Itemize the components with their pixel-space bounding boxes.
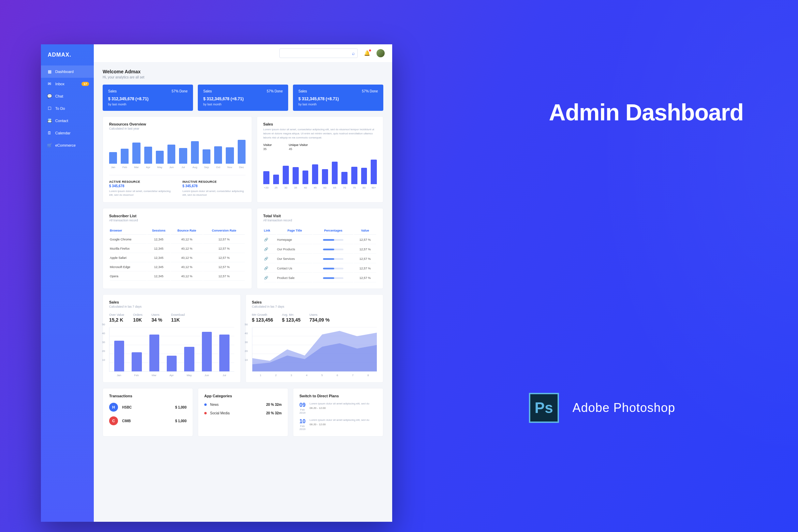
kpi-card[interactable]: Sales57% Done$ 312,345,678 (+8.71)by las… [103,85,193,111]
hero-title: Admin Dashboard [549,99,743,125]
kpi-card[interactable]: Sales57% Done$ 312,345,678 (+8.71)by las… [293,85,383,111]
table-row[interactable]: 🔗Our Products12,57 % [264,245,376,254]
sidebar-item-chat[interactable]: 💬Chat [41,90,94,102]
link-icon: 🔗 [264,238,268,241]
link-icon: 🔗 [264,276,268,280]
search-input[interactable]: ⌕ [279,48,358,58]
bell-icon[interactable]: 🔔 [364,50,370,56]
table-row[interactable]: 🔗Homepage12,57 % [264,235,376,244]
search-icon[interactable]: ⌕ [352,50,355,56]
transactions-card: Transactions HHSBC$ 1,000CCIMB$ 1,000 [103,388,193,437]
table-row[interactable]: 🔗Our Services12,57 % [264,254,376,263]
nav-icon: ▦ [47,69,52,74]
table-row[interactable]: 🔗Product Sale12,57 % [264,274,376,282]
sidebar: ADMAX. ▦Dashboard✉Inbox17💬Chat☐To Do📇Con… [41,44,94,522]
link-icon: 🔗 [264,266,268,270]
nav-icon: 🛒 [47,143,52,148]
photoshop-badge: Ps Adobe Photoshop [529,393,675,423]
sidebar-item-dashboard[interactable]: ▦Dashboard [41,65,94,78]
table-row[interactable]: Opera12,34540,12 %12,57 % [110,272,245,281]
sidebar-item-calendar[interactable]: 🗓Calendar [41,127,94,139]
nav-icon: 🗓 [47,131,52,135]
avatar[interactable] [376,49,385,57]
link-icon: 🔗 [264,257,268,261]
subscriber-card: Subscriber List All transaction record B… [103,208,252,289]
sidebar-item-inbox[interactable]: ✉Inbox17 [41,78,94,90]
app-window: ADMAX. ▦Dashboard✉Inbox17💬Chat☐To Do📇Con… [41,44,392,522]
transaction-row[interactable]: HHSBC$ 1,000 [109,403,187,412]
sales-card: Sales Lorem ipsum dolor sit amet, consec… [257,116,383,203]
table-row[interactable]: Apple Safari12,34540,12 %12,57 % [110,254,245,262]
resources-card: Resources Overview Calculated in last ye… [103,116,252,203]
mrr-area-chart: 10 20 30 40 50 [252,327,377,372]
nav-icon: 📇 [47,118,52,123]
table-row[interactable]: Microsoft Edge12,34540,12 %12,57 % [110,263,245,271]
kpi-card[interactable]: Sales57% Done$ 312,345,678 (+8.71)by las… [198,85,288,111]
topbar: ⌕ 🔔 [94,44,392,62]
plan-row[interactable]: 09Feb2019Lorem ipsum dolor sit amet adip… [299,402,377,414]
sales-7days-a: Sales Calculated in las 7 days Over Valu… [103,294,241,383]
link-icon: 🔗 [264,247,268,251]
nav-icon: 💬 [47,94,52,99]
sales-bar-chart: 10 20 30 40 50 [109,327,234,372]
nav-icon: ✉ [47,82,52,86]
table-row[interactable]: Google Chrome12,34540,12 %12,57 % [110,235,245,244]
page-title: Welcome Admax [103,69,383,74]
page-subtitle: Hi, your analytics are all set [103,75,383,79]
table-row[interactable]: Mozilla Firefox12,34540,12 %12,57 % [110,245,245,253]
transaction-row[interactable]: CCIMB$ 1,000 [109,416,187,425]
category-row[interactable]: News20 % 32m [204,403,282,407]
resources-chart [109,136,246,164]
categories-card: App Categories News20 % 32mSocial Media2… [198,388,288,437]
plan-row[interactable]: 10Feb2019Lorem ipsum dolor sit amet adip… [299,418,377,431]
badge: 17 [82,82,89,86]
total-visit-card: Total Visit All transaction record LinkP… [257,208,383,289]
visitor-chart [263,157,377,184]
nav-icon: ☐ [47,106,52,111]
logo: ADMAX. [41,44,94,65]
category-row[interactable]: Social Media20 % 32m [204,411,282,415]
table-row[interactable]: 🔗Contact Us12,57 % [264,264,376,273]
sidebar-item-ecommerce[interactable]: 🛒eCommerce [41,139,94,151]
sidebar-item-to-do[interactable]: ☐To Do [41,102,94,115]
photoshop-icon: Ps [529,393,559,423]
sidebar-item-contact[interactable]: 📇Contact [41,115,94,127]
plans-card: Switch to Direct Plans 09Feb2019Lorem ip… [293,388,383,437]
sales-7days-b: Sales Calculated in las 7 days Mrr Growt… [246,294,384,383]
